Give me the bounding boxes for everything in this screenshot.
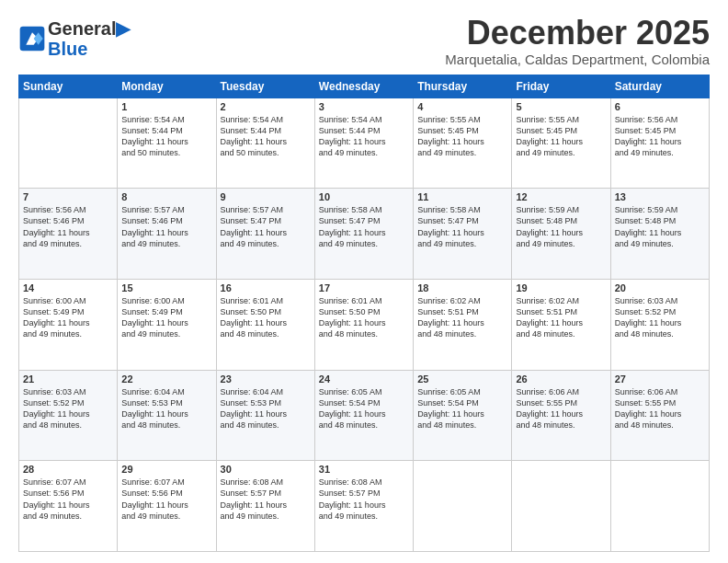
day-info: Sunrise: 5:56 AM Sunset: 5:45 PM Dayligh… (615, 114, 705, 159)
calendar-cell (610, 461, 709, 552)
day-number: 21 (23, 373, 113, 385)
calendar-cell: 11Sunrise: 5:58 AM Sunset: 5:47 PM Dayli… (414, 189, 512, 280)
day-info: Sunrise: 6:07 AM Sunset: 5:56 PM Dayligh… (23, 477, 113, 522)
day-number: 15 (121, 282, 211, 293)
day-info: Sunrise: 6:05 AM Sunset: 5:54 PM Dayligh… (417, 386, 507, 431)
calendar-cell: 8Sunrise: 5:57 AM Sunset: 5:46 PM Daylig… (118, 189, 216, 280)
calendar-week-row: 21Sunrise: 6:03 AM Sunset: 5:52 PM Dayli… (19, 370, 710, 461)
day-number: 6 (615, 101, 705, 112)
calendar-cell: 31Sunrise: 6:08 AM Sunset: 5:57 PM Dayli… (314, 461, 413, 552)
calendar-cell: 2Sunrise: 5:54 AM Sunset: 5:44 PM Daylig… (216, 98, 314, 189)
day-info: Sunrise: 6:00 AM Sunset: 5:49 PM Dayligh… (23, 295, 113, 340)
day-info: Sunrise: 6:06 AM Sunset: 5:55 PM Dayligh… (615, 386, 705, 431)
calendar-cell: 13Sunrise: 5:59 AM Sunset: 5:48 PM Dayli… (610, 189, 709, 280)
logo-icon (18, 25, 46, 52)
day-number: 20 (615, 282, 705, 293)
day-info: Sunrise: 6:02 AM Sunset: 5:51 PM Dayligh… (516, 295, 606, 340)
calendar-cell: 15Sunrise: 6:00 AM Sunset: 5:49 PM Dayli… (118, 279, 216, 370)
day-number: 25 (417, 373, 507, 385)
day-info: Sunrise: 5:58 AM Sunset: 5:47 PM Dayligh… (319, 204, 409, 249)
day-number: 7 (23, 191, 113, 202)
calendar-cell: 27Sunrise: 6:06 AM Sunset: 5:55 PM Dayli… (610, 370, 709, 461)
day-info: Sunrise: 5:56 AM Sunset: 5:46 PM Dayligh… (23, 204, 113, 249)
calendar-cell: 16Sunrise: 6:01 AM Sunset: 5:50 PM Dayli… (216, 279, 314, 370)
day-number: 12 (516, 191, 606, 202)
calendar-cell: 21Sunrise: 6:03 AM Sunset: 5:52 PM Dayli… (19, 370, 118, 461)
day-info: Sunrise: 6:06 AM Sunset: 5:55 PM Dayligh… (516, 386, 606, 431)
day-info: Sunrise: 5:54 AM Sunset: 5:44 PM Dayligh… (221, 114, 311, 159)
day-number: 14 (23, 282, 113, 293)
day-number: 23 (221, 373, 311, 385)
day-info: Sunrise: 5:59 AM Sunset: 5:48 PM Dayligh… (516, 204, 606, 249)
calendar-week-row: 14Sunrise: 6:00 AM Sunset: 5:49 PM Dayli… (19, 279, 710, 370)
calendar-cell: 5Sunrise: 5:55 AM Sunset: 5:45 PM Daylig… (512, 98, 610, 189)
calendar-week-row: 7Sunrise: 5:56 AM Sunset: 5:46 PM Daylig… (19, 189, 710, 280)
day-number: 13 (615, 191, 705, 202)
day-info: Sunrise: 5:54 AM Sunset: 5:44 PM Dayligh… (121, 114, 211, 159)
logo: General▶ Blue (18, 18, 130, 59)
calendar-cell: 12Sunrise: 5:59 AM Sunset: 5:48 PM Dayli… (512, 189, 610, 280)
calendar-day-header: Wednesday (314, 75, 413, 98)
calendar-cell: 24Sunrise: 6:05 AM Sunset: 5:54 PM Dayli… (314, 370, 413, 461)
day-number: 9 (221, 191, 311, 202)
day-number: 29 (121, 464, 211, 475)
day-number: 8 (121, 191, 211, 202)
calendar-cell: 23Sunrise: 6:04 AM Sunset: 5:53 PM Dayli… (216, 370, 314, 461)
calendar-cell: 1Sunrise: 5:54 AM Sunset: 5:44 PM Daylig… (118, 98, 216, 189)
day-info: Sunrise: 6:04 AM Sunset: 5:53 PM Dayligh… (221, 386, 311, 431)
calendar-table: SundayMondayTuesdayWednesdayThursdayFrid… (18, 75, 710, 552)
day-number: 27 (615, 373, 705, 385)
day-info: Sunrise: 5:57 AM Sunset: 5:46 PM Dayligh… (121, 204, 211, 249)
day-number: 18 (417, 282, 507, 293)
day-info: Sunrise: 6:07 AM Sunset: 5:56 PM Dayligh… (121, 477, 211, 522)
day-info: Sunrise: 6:03 AM Sunset: 5:52 PM Dayligh… (615, 295, 705, 340)
subtitle: Marquetalia, Caldas Department, Colombia (445, 52, 710, 67)
day-info: Sunrise: 5:57 AM Sunset: 5:47 PM Dayligh… (221, 204, 311, 249)
calendar-cell: 17Sunrise: 6:01 AM Sunset: 5:50 PM Dayli… (314, 279, 413, 370)
day-info: Sunrise: 5:55 AM Sunset: 5:45 PM Dayligh… (417, 114, 507, 159)
calendar-cell: 6Sunrise: 5:56 AM Sunset: 5:45 PM Daylig… (610, 98, 709, 189)
title-block: December 2025 Marquetalia, Caldas Depart… (445, 15, 710, 67)
day-number: 11 (417, 191, 507, 202)
calendar-day-header: Saturday (610, 75, 709, 98)
day-info: Sunrise: 5:55 AM Sunset: 5:45 PM Dayligh… (516, 114, 606, 159)
day-info: Sunrise: 6:08 AM Sunset: 5:57 PM Dayligh… (319, 477, 409, 522)
logo-text: General▶ Blue (48, 18, 130, 59)
calendar-cell (414, 461, 512, 552)
day-info: Sunrise: 6:08 AM Sunset: 5:57 PM Dayligh… (221, 477, 311, 522)
calendar-day-header: Friday (512, 75, 610, 98)
day-number: 5 (516, 101, 606, 112)
day-number: 4 (417, 101, 507, 112)
day-info: Sunrise: 6:03 AM Sunset: 5:52 PM Dayligh… (23, 386, 113, 431)
day-number: 16 (221, 282, 311, 293)
calendar-day-header: Sunday (19, 75, 118, 98)
calendar-header-row: SundayMondayTuesdayWednesdayThursdayFrid… (19, 75, 710, 98)
calendar-cell: 22Sunrise: 6:04 AM Sunset: 5:53 PM Dayli… (118, 370, 216, 461)
calendar-cell: 10Sunrise: 5:58 AM Sunset: 5:47 PM Dayli… (314, 189, 413, 280)
calendar-cell: 3Sunrise: 5:54 AM Sunset: 5:44 PM Daylig… (314, 98, 413, 189)
day-info: Sunrise: 6:05 AM Sunset: 5:54 PM Dayligh… (319, 386, 409, 431)
calendar-cell (512, 461, 610, 552)
day-info: Sunrise: 6:02 AM Sunset: 5:51 PM Dayligh… (417, 295, 507, 340)
day-info: Sunrise: 6:00 AM Sunset: 5:49 PM Dayligh… (121, 295, 211, 340)
calendar-cell (19, 98, 118, 189)
calendar-cell: 14Sunrise: 6:00 AM Sunset: 5:49 PM Dayli… (19, 279, 118, 370)
day-number: 26 (516, 373, 606, 385)
day-number: 22 (121, 373, 211, 385)
day-info: Sunrise: 5:58 AM Sunset: 5:47 PM Dayligh… (417, 204, 507, 249)
day-number: 19 (516, 282, 606, 293)
day-info: Sunrise: 6:01 AM Sunset: 5:50 PM Dayligh… (319, 295, 409, 340)
day-number: 17 (319, 282, 409, 293)
calendar-cell: 30Sunrise: 6:08 AM Sunset: 5:57 PM Dayli… (216, 461, 314, 552)
calendar-cell: 18Sunrise: 6:02 AM Sunset: 5:51 PM Dayli… (414, 279, 512, 370)
day-number: 10 (319, 191, 409, 202)
calendar-cell: 20Sunrise: 6:03 AM Sunset: 5:52 PM Dayli… (610, 279, 709, 370)
calendar-cell: 19Sunrise: 6:02 AM Sunset: 5:51 PM Dayli… (512, 279, 610, 370)
calendar-day-header: Tuesday (216, 75, 314, 98)
calendar-cell: 7Sunrise: 5:56 AM Sunset: 5:46 PM Daylig… (19, 189, 118, 280)
day-info: Sunrise: 5:59 AM Sunset: 5:48 PM Dayligh… (615, 204, 705, 249)
calendar-cell: 4Sunrise: 5:55 AM Sunset: 5:45 PM Daylig… (414, 98, 512, 189)
day-number: 30 (221, 464, 311, 475)
calendar-week-row: 28Sunrise: 6:07 AM Sunset: 5:56 PM Dayli… (19, 461, 710, 552)
calendar-day-header: Monday (118, 75, 216, 98)
